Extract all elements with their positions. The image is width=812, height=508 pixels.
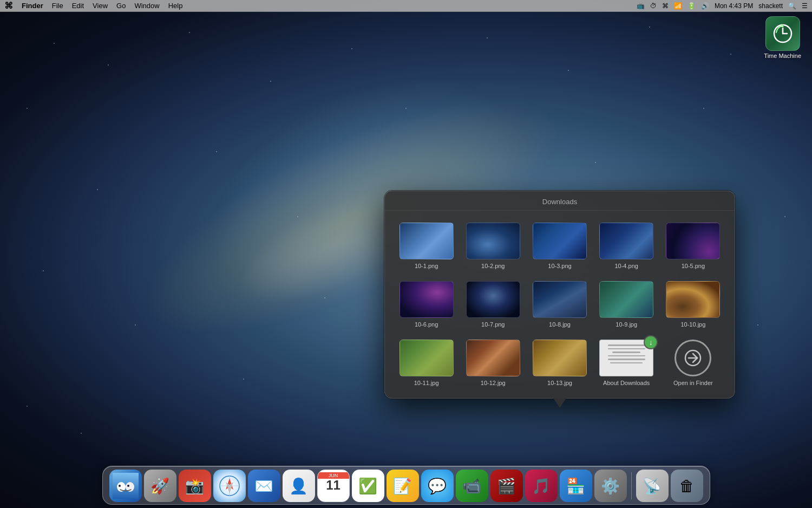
messages-icon-emoji: 💬	[428, 477, 447, 495]
dock-notes[interactable]: 📝	[387, 470, 419, 502]
safari-icon-svg	[219, 475, 240, 497]
file-label-open-in-finder: Open in Finder	[673, 380, 713, 386]
file-item-5[interactable]: 10-5.png	[663, 219, 724, 272]
file-label-9: 10-9.jpg	[615, 321, 637, 328]
file-item-6[interactable]: 10-6.png	[396, 278, 457, 331]
wifi-icon: 📶	[674, 2, 682, 10]
file-label-3: 10-3.png	[548, 263, 571, 269]
finder-dock-icon-svg	[113, 473, 139, 499]
file-item-about-downloads[interactable]: ↓ About Downloads	[596, 336, 657, 389]
open-in-finder-arrow	[683, 348, 703, 368]
downloads-title: Downloads	[385, 191, 735, 211]
file-item-7[interactable]: 10-7.png	[462, 278, 523, 331]
battery-icon: 🔋	[687, 2, 696, 10]
go-menu[interactable]: Go	[116, 2, 126, 10]
dock-facetime[interactable]: 📹	[456, 470, 488, 502]
file-label-4: 10-4.png	[614, 263, 638, 269]
datetime: Mon 4:43 PM	[715, 2, 753, 10]
file-label-5: 10-5.png	[682, 263, 705, 269]
finder-menu[interactable]: Finder	[22, 2, 43, 10]
screen-share-icon: 📺	[637, 2, 645, 10]
file-item-2[interactable]: 10-2.png	[462, 219, 523, 272]
reminders-icon-emoji: ✅	[358, 477, 377, 495]
help-menu[interactable]: Help	[168, 2, 183, 10]
airdrop-icon-emoji: 📡	[643, 477, 662, 495]
file-item-9[interactable]: 10-9.jpg	[596, 278, 657, 331]
file-item-12[interactable]: 10-12.jpg	[462, 336, 523, 389]
sys-pref-icon-emoji: ⚙️	[601, 477, 620, 495]
file-label-about-downloads: About Downloads	[603, 380, 650, 386]
file-item-3[interactable]: 10-3.png	[529, 219, 590, 272]
dock-airdrop[interactable]: 📡	[636, 470, 669, 502]
svg-point-7	[119, 485, 121, 487]
time-machine-label: Time Machine	[764, 53, 801, 59]
file-label-6: 10-6.png	[415, 321, 438, 328]
file-item-4[interactable]: 10-4.png	[596, 219, 657, 272]
file-item-10[interactable]: 10-10.jpg	[663, 278, 724, 331]
file-label-1: 10-1.png	[415, 263, 438, 269]
photo-booth-icon-emoji: 📸	[185, 477, 204, 495]
volume-icon: 🔊	[701, 2, 709, 10]
dock-calendar[interactable]: JUN 11	[317, 470, 350, 502]
dock-safari[interactable]	[213, 470, 246, 502]
file-thumb-11	[400, 340, 454, 376]
facetime-icon-emoji: 📹	[462, 477, 481, 495]
dock-launchpad[interactable]: 🚀	[144, 470, 176, 502]
apple-menu[interactable]: ⌘	[4, 1, 13, 11]
dock-dvd[interactable]: 🎬	[490, 470, 523, 502]
time-tracker-icon: ⏱	[650, 2, 657, 10]
spotlight-icon[interactable]: 🔍	[788, 2, 796, 10]
dock-itunes[interactable]: 🎵	[525, 470, 558, 502]
downloads-grid: 10-1.png 10-2.png 10-3.png 10-4.png 10-5…	[385, 211, 735, 398]
dock-contacts[interactable]: 👤	[283, 470, 315, 502]
contacts-icon-emoji: 👤	[289, 477, 308, 495]
file-thumb-3	[533, 223, 587, 259]
file-label-10: 10-10.jpg	[680, 321, 705, 328]
file-thumb-4	[599, 223, 653, 259]
file-item-open-in-finder[interactable]: Open in Finder	[663, 336, 724, 389]
notification-icon[interactable]: ☰	[802, 2, 808, 10]
file-item-11[interactable]: 10-11.jpg	[396, 336, 457, 389]
dock-container: 🚀 📸	[102, 466, 710, 505]
time-machine-desktop-icon[interactable]: Time Machine	[764, 16, 801, 59]
itunes-icon-emoji: 🎵	[532, 477, 551, 495]
file-label-8: 10-8.jpg	[549, 321, 571, 328]
dock-trash[interactable]: 🗑	[671, 470, 703, 502]
dock-app-store[interactable]: 🏪	[560, 470, 592, 502]
file-item-1[interactable]: 10-1.png	[396, 219, 457, 272]
dock-messages[interactable]: 💬	[421, 470, 454, 502]
menubar: ⌘ Finder File Edit View Go Window Help 📺…	[0, 0, 812, 12]
popup-tail	[553, 398, 566, 408]
about-downloads-badge: ↓	[649, 338, 653, 347]
file-label-13: 10-13.jpg	[547, 380, 572, 386]
dock-sys-pref[interactable]: ⚙️	[594, 470, 627, 502]
downloads-popup: Downloads 10-1.png 10-2.png 10-3.png 10-…	[384, 191, 735, 399]
file-thumb-6	[400, 281, 454, 318]
dock-mail[interactable]: ✉️	[248, 470, 280, 502]
desktop: ⌘ Finder File Edit View Go Window Help 📺…	[0, 0, 812, 508]
dock-reminders[interactable]: ✅	[352, 470, 384, 502]
file-thumb-13	[533, 340, 587, 376]
file-item-13[interactable]: 10-13.jpg	[529, 336, 590, 389]
svg-point-8	[127, 485, 129, 487]
file-item-8[interactable]: 10-8.jpg	[529, 278, 590, 331]
edit-menu[interactable]: Edit	[72, 2, 84, 10]
view-menu[interactable]: View	[93, 2, 108, 10]
dock-photo-booth[interactable]: 📸	[179, 470, 211, 502]
username[interactable]: shackett	[758, 2, 783, 10]
file-label-2: 10-2.png	[481, 263, 505, 269]
file-label-11: 10-11.jpg	[414, 380, 439, 386]
svg-rect-4	[113, 473, 139, 499]
dock: 🚀 📸	[0, 454, 812, 508]
calendar-date: 11	[326, 479, 340, 492]
dock-finder[interactable]	[109, 470, 142, 502]
bluetooth-icon: ⌘	[662, 2, 669, 10]
window-menu[interactable]: Window	[134, 2, 159, 10]
file-menu[interactable]: File	[52, 2, 63, 10]
dvd-icon-emoji: 🎬	[497, 477, 516, 495]
file-thumb-7	[466, 281, 520, 318]
app-store-icon-emoji: 🏪	[566, 477, 585, 495]
time-machine-svg	[772, 23, 794, 44]
file-thumb-10	[666, 281, 720, 318]
time-machine-icon-img	[765, 16, 800, 51]
